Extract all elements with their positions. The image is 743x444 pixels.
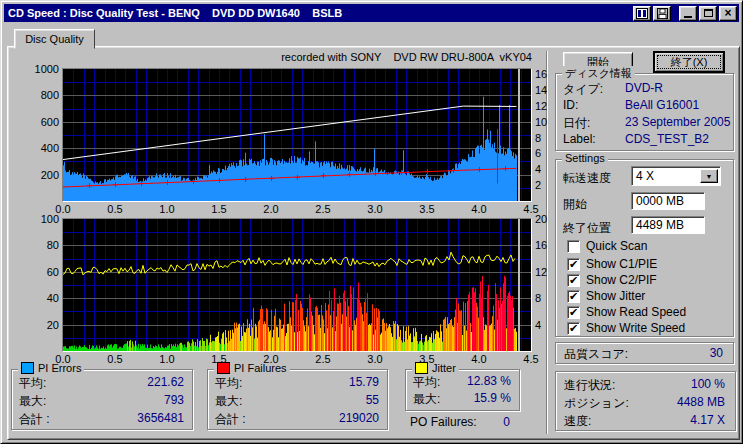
pi-errors-speed-chart bbox=[63, 69, 531, 201]
axis-tick-label: 3.5 bbox=[419, 353, 434, 365]
axis-tick-label: 10 bbox=[535, 116, 547, 128]
pi-failures-legend: PI Failures bbox=[234, 362, 287, 374]
pi-failures-max-row: 最大:55 bbox=[215, 393, 379, 410]
start-pos-field[interactable]: 0000 MB bbox=[631, 192, 705, 210]
axis-tick-label: 6 bbox=[535, 147, 541, 159]
axis-tick-label: 4 bbox=[535, 319, 541, 331]
jitter-max-row: 最大:15.9 % bbox=[413, 391, 511, 408]
disc-id-value: BeAll G16001 bbox=[625, 98, 699, 112]
axis-tick-label: 400 bbox=[27, 142, 59, 154]
axis-tick-label: 2.0 bbox=[263, 203, 278, 215]
axis-tick-label: 2.5 bbox=[315, 353, 330, 365]
disc-id-label: ID: bbox=[563, 98, 578, 112]
save-icon[interactable] bbox=[653, 6, 671, 21]
pi-errors-stats-box: PI Errors 平均:221.62 最大:793 合計 :3656481 bbox=[11, 369, 193, 430]
titlebar: CD Speed : Disc Quality Test - BENQ DVD … bbox=[4, 4, 739, 22]
quality-score-box: 品質スコア: 30 bbox=[555, 342, 734, 364]
jitter-legend: Jitter bbox=[432, 362, 456, 374]
axis-tick-label: 2.0 bbox=[263, 353, 278, 365]
pi-failures-total-row: 合計 :219020 bbox=[215, 411, 379, 428]
end-pos-label: 終了位置 bbox=[563, 220, 611, 237]
disc-label-label: Label: bbox=[563, 132, 596, 146]
axis-tick-label: 100 bbox=[27, 213, 59, 225]
disc-type-label: タイプ: bbox=[563, 81, 603, 98]
speed-row: 速度:4.17 X bbox=[564, 413, 725, 430]
axis-tick-label: 12 bbox=[535, 100, 547, 112]
axis-tick-label: 12 bbox=[535, 266, 547, 278]
axis-tick-label: 60 bbox=[27, 266, 59, 278]
axis-tick-label: 16 bbox=[535, 68, 547, 80]
axis-tick-label: 0.5 bbox=[107, 353, 122, 365]
progress-row: 進行状況:100 % bbox=[564, 377, 725, 394]
pi-failures-jitter-chart bbox=[63, 219, 531, 351]
report-icon-glyph bbox=[636, 8, 648, 19]
axis-tick-label: 4.0 bbox=[471, 203, 486, 215]
axis-tick-label: 1.0 bbox=[159, 353, 174, 365]
axis-tick-label: 1.5 bbox=[211, 353, 226, 365]
axis-tick-label: 4.5 bbox=[523, 353, 538, 365]
po-failures-row: PO Failures:0 bbox=[410, 415, 510, 429]
end-pos-field[interactable]: 4489 MB bbox=[631, 216, 705, 234]
axis-tick-label: 14 bbox=[535, 84, 547, 96]
axis-tick-label: 2.5 bbox=[315, 203, 330, 215]
axis-tick-label: 0.5 bbox=[107, 203, 122, 215]
minimize-icon[interactable] bbox=[679, 6, 697, 21]
disc-info-legend: ディスク情報 bbox=[562, 66, 635, 81]
axis-tick-label: 1.5 bbox=[211, 203, 226, 215]
close-icon[interactable]: × bbox=[719, 6, 737, 21]
chevron-down-icon[interactable]: ▼ bbox=[700, 169, 718, 183]
bottom-chart-frame bbox=[62, 218, 532, 352]
axis-tick-label: 600 bbox=[27, 116, 59, 128]
titlebar-buttons: × bbox=[631, 5, 737, 21]
checkbox-show-c2-pif[interactable]: ✔Show C2/PIF bbox=[567, 273, 657, 287]
top-chart-frame bbox=[62, 68, 532, 202]
jitter-avg-row: 平均:12.83 % bbox=[413, 374, 511, 391]
cd-speed-window: CD Speed : Disc Quality Test - BENQ DVD … bbox=[0, 0, 743, 444]
position-row: ポジション:4488 MB bbox=[564, 395, 725, 412]
pi-failures-avg-row: 平均:15.79 bbox=[215, 375, 379, 392]
axis-tick-label: 3.5 bbox=[419, 203, 434, 215]
axis-tick-label: 4.0 bbox=[471, 353, 486, 365]
axis-tick-label: 800 bbox=[27, 89, 59, 101]
quality-score-label: 品質スコア: bbox=[564, 346, 628, 363]
axis-tick-label: 1.0 bbox=[159, 203, 174, 215]
exit-button[interactable]: 終了(X) bbox=[654, 52, 724, 72]
maximize-icon[interactable] bbox=[699, 6, 717, 21]
window-title: CD Speed : Disc Quality Test - BENQ DVD … bbox=[8, 7, 342, 19]
pi-errors-swatch bbox=[21, 362, 34, 374]
axis-tick-label: 3.0 bbox=[367, 203, 382, 215]
speed-select[interactable]: 4 X ▼ bbox=[631, 166, 721, 186]
checkbox-show-jitter[interactable]: ✔Show Jitter bbox=[567, 289, 645, 303]
checkbox-show-read-speed[interactable]: ✔Show Read Speed bbox=[567, 305, 686, 319]
axis-tick-label: 2 bbox=[535, 179, 541, 191]
start-pos-label: 開始 bbox=[563, 196, 587, 213]
settings-legend: Settings bbox=[562, 152, 608, 164]
progress-box: 進行状況:100 % ポジション:4488 MB 速度:4.17 X bbox=[555, 371, 736, 431]
checkbox-show-write-speed[interactable]: ✔Show Write Speed bbox=[567, 321, 685, 335]
axis-tick-label: 8 bbox=[535, 132, 541, 144]
checkbox-quick-scan[interactable]: Quick Scan bbox=[567, 239, 647, 253]
axis-tick-label: 20 bbox=[27, 319, 59, 331]
quality-score-value: 30 bbox=[710, 346, 723, 363]
disc-type-value: DVD-R bbox=[625, 81, 663, 95]
pi-errors-max-row: 最大:793 bbox=[19, 393, 184, 410]
save-icon-glyph bbox=[657, 8, 668, 19]
axis-tick-label: 4 bbox=[535, 163, 541, 175]
tab-label: Disc Quality bbox=[25, 33, 84, 45]
checkbox-show-c1-pie[interactable]: ✔Show C1/PIE bbox=[567, 257, 657, 271]
speed-label: 転送速度 bbox=[563, 170, 611, 187]
axis-tick-label: 80 bbox=[27, 239, 59, 251]
axis-tick-label: 16 bbox=[535, 239, 547, 251]
axis-tick-label: 20 bbox=[535, 213, 547, 225]
pi-errors-total-row: 合計 :3656481 bbox=[19, 411, 184, 428]
tab-disc-quality[interactable]: Disc Quality bbox=[14, 29, 95, 49]
axis-tick-label: 8 bbox=[535, 292, 541, 304]
axis-tick-label: 40 bbox=[27, 292, 59, 304]
pi-failures-stats-box: PI Failures 平均:15.79 最大:55 合計 :219020 bbox=[207, 369, 388, 430]
disc-label-value: CDS_TEST_B2 bbox=[625, 132, 709, 146]
recorded-note: recorded with SONY DVD RW DRU-800A vKY04 bbox=[201, 51, 532, 63]
disc-date-value: 23 September 2005 bbox=[625, 115, 730, 129]
report-icon[interactable] bbox=[633, 6, 651, 21]
disc-date-label: 日付: bbox=[563, 115, 590, 132]
axis-tick-label: 200 bbox=[27, 169, 59, 181]
